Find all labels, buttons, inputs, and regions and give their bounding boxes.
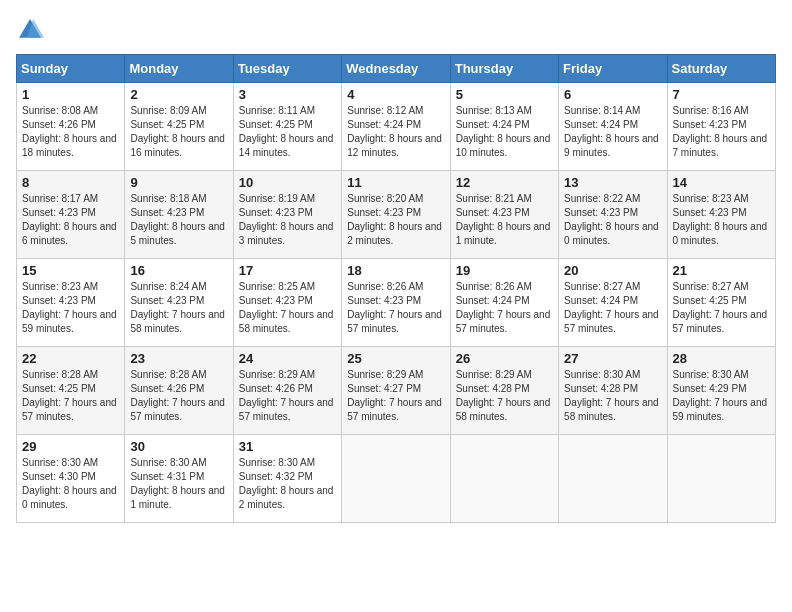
calendar-cell: 27Sunrise: 8:30 AMSunset: 4:28 PMDayligh… bbox=[559, 347, 667, 435]
calendar-week-row: 29Sunrise: 8:30 AMSunset: 4:30 PMDayligh… bbox=[17, 435, 776, 523]
weekday-header-saturday: Saturday bbox=[667, 55, 775, 83]
weekday-header-tuesday: Tuesday bbox=[233, 55, 341, 83]
day-info: Sunrise: 8:24 AMSunset: 4:23 PMDaylight:… bbox=[130, 280, 227, 336]
day-info: Sunrise: 8:14 AMSunset: 4:24 PMDaylight:… bbox=[564, 104, 661, 160]
day-number: 5 bbox=[456, 87, 553, 102]
day-info: Sunrise: 8:25 AMSunset: 4:23 PMDaylight:… bbox=[239, 280, 336, 336]
calendar-cell: 11Sunrise: 8:20 AMSunset: 4:23 PMDayligh… bbox=[342, 171, 450, 259]
calendar-cell: 25Sunrise: 8:29 AMSunset: 4:27 PMDayligh… bbox=[342, 347, 450, 435]
calendar-week-row: 22Sunrise: 8:28 AMSunset: 4:25 PMDayligh… bbox=[17, 347, 776, 435]
day-info: Sunrise: 8:30 AMSunset: 4:31 PMDaylight:… bbox=[130, 456, 227, 512]
calendar-table: SundayMondayTuesdayWednesdayThursdayFrid… bbox=[16, 54, 776, 523]
day-info: Sunrise: 8:30 AMSunset: 4:28 PMDaylight:… bbox=[564, 368, 661, 424]
calendar-cell: 26Sunrise: 8:29 AMSunset: 4:28 PMDayligh… bbox=[450, 347, 558, 435]
day-number: 9 bbox=[130, 175, 227, 190]
day-number: 15 bbox=[22, 263, 119, 278]
day-info: Sunrise: 8:28 AMSunset: 4:25 PMDaylight:… bbox=[22, 368, 119, 424]
weekday-header-monday: Monday bbox=[125, 55, 233, 83]
calendar-cell: 10Sunrise: 8:19 AMSunset: 4:23 PMDayligh… bbox=[233, 171, 341, 259]
day-info: Sunrise: 8:26 AMSunset: 4:24 PMDaylight:… bbox=[456, 280, 553, 336]
day-info: Sunrise: 8:12 AMSunset: 4:24 PMDaylight:… bbox=[347, 104, 444, 160]
calendar-cell: 24Sunrise: 8:29 AMSunset: 4:26 PMDayligh… bbox=[233, 347, 341, 435]
calendar-cell: 4Sunrise: 8:12 AMSunset: 4:24 PMDaylight… bbox=[342, 83, 450, 171]
day-info: Sunrise: 8:13 AMSunset: 4:24 PMDaylight:… bbox=[456, 104, 553, 160]
calendar-cell: 6Sunrise: 8:14 AMSunset: 4:24 PMDaylight… bbox=[559, 83, 667, 171]
day-info: Sunrise: 8:17 AMSunset: 4:23 PMDaylight:… bbox=[22, 192, 119, 248]
day-info: Sunrise: 8:23 AMSunset: 4:23 PMDaylight:… bbox=[22, 280, 119, 336]
calendar-cell bbox=[559, 435, 667, 523]
day-info: Sunrise: 8:29 AMSunset: 4:28 PMDaylight:… bbox=[456, 368, 553, 424]
day-number: 28 bbox=[673, 351, 770, 366]
day-info: Sunrise: 8:30 AMSunset: 4:30 PMDaylight:… bbox=[22, 456, 119, 512]
calendar-cell: 29Sunrise: 8:30 AMSunset: 4:30 PMDayligh… bbox=[17, 435, 125, 523]
day-number: 10 bbox=[239, 175, 336, 190]
calendar-cell: 9Sunrise: 8:18 AMSunset: 4:23 PMDaylight… bbox=[125, 171, 233, 259]
calendar-cell bbox=[667, 435, 775, 523]
weekday-header-sunday: Sunday bbox=[17, 55, 125, 83]
day-number: 18 bbox=[347, 263, 444, 278]
day-number: 24 bbox=[239, 351, 336, 366]
day-number: 3 bbox=[239, 87, 336, 102]
calendar-cell: 12Sunrise: 8:21 AMSunset: 4:23 PMDayligh… bbox=[450, 171, 558, 259]
day-info: Sunrise: 8:16 AMSunset: 4:23 PMDaylight:… bbox=[673, 104, 770, 160]
day-number: 17 bbox=[239, 263, 336, 278]
calendar-cell: 17Sunrise: 8:25 AMSunset: 4:23 PMDayligh… bbox=[233, 259, 341, 347]
logo bbox=[16, 16, 48, 44]
weekday-header-thursday: Thursday bbox=[450, 55, 558, 83]
calendar-cell: 7Sunrise: 8:16 AMSunset: 4:23 PMDaylight… bbox=[667, 83, 775, 171]
day-info: Sunrise: 8:30 AMSunset: 4:29 PMDaylight:… bbox=[673, 368, 770, 424]
calendar-cell: 3Sunrise: 8:11 AMSunset: 4:25 PMDaylight… bbox=[233, 83, 341, 171]
day-info: Sunrise: 8:23 AMSunset: 4:23 PMDaylight:… bbox=[673, 192, 770, 248]
day-number: 14 bbox=[673, 175, 770, 190]
day-number: 22 bbox=[22, 351, 119, 366]
calendar-cell: 22Sunrise: 8:28 AMSunset: 4:25 PMDayligh… bbox=[17, 347, 125, 435]
calendar-cell: 5Sunrise: 8:13 AMSunset: 4:24 PMDaylight… bbox=[450, 83, 558, 171]
calendar-header-row: SundayMondayTuesdayWednesdayThursdayFrid… bbox=[17, 55, 776, 83]
calendar-cell: 14Sunrise: 8:23 AMSunset: 4:23 PMDayligh… bbox=[667, 171, 775, 259]
calendar-week-row: 15Sunrise: 8:23 AMSunset: 4:23 PMDayligh… bbox=[17, 259, 776, 347]
day-number: 7 bbox=[673, 87, 770, 102]
calendar-cell: 31Sunrise: 8:30 AMSunset: 4:32 PMDayligh… bbox=[233, 435, 341, 523]
day-number: 29 bbox=[22, 439, 119, 454]
calendar-cell: 13Sunrise: 8:22 AMSunset: 4:23 PMDayligh… bbox=[559, 171, 667, 259]
day-number: 21 bbox=[673, 263, 770, 278]
day-info: Sunrise: 8:29 AMSunset: 4:26 PMDaylight:… bbox=[239, 368, 336, 424]
day-info: Sunrise: 8:26 AMSunset: 4:23 PMDaylight:… bbox=[347, 280, 444, 336]
day-number: 13 bbox=[564, 175, 661, 190]
page-header bbox=[16, 16, 776, 44]
day-info: Sunrise: 8:11 AMSunset: 4:25 PMDaylight:… bbox=[239, 104, 336, 160]
calendar-cell: 23Sunrise: 8:28 AMSunset: 4:26 PMDayligh… bbox=[125, 347, 233, 435]
day-number: 26 bbox=[456, 351, 553, 366]
calendar-cell: 21Sunrise: 8:27 AMSunset: 4:25 PMDayligh… bbox=[667, 259, 775, 347]
day-info: Sunrise: 8:30 AMSunset: 4:32 PMDaylight:… bbox=[239, 456, 336, 512]
day-info: Sunrise: 8:27 AMSunset: 4:24 PMDaylight:… bbox=[564, 280, 661, 336]
day-number: 2 bbox=[130, 87, 227, 102]
day-number: 27 bbox=[564, 351, 661, 366]
calendar-cell: 19Sunrise: 8:26 AMSunset: 4:24 PMDayligh… bbox=[450, 259, 558, 347]
day-info: Sunrise: 8:21 AMSunset: 4:23 PMDaylight:… bbox=[456, 192, 553, 248]
day-info: Sunrise: 8:28 AMSunset: 4:26 PMDaylight:… bbox=[130, 368, 227, 424]
day-number: 25 bbox=[347, 351, 444, 366]
calendar-cell: 28Sunrise: 8:30 AMSunset: 4:29 PMDayligh… bbox=[667, 347, 775, 435]
logo-icon bbox=[16, 16, 44, 44]
day-info: Sunrise: 8:27 AMSunset: 4:25 PMDaylight:… bbox=[673, 280, 770, 336]
day-info: Sunrise: 8:18 AMSunset: 4:23 PMDaylight:… bbox=[130, 192, 227, 248]
day-number: 11 bbox=[347, 175, 444, 190]
calendar-cell: 2Sunrise: 8:09 AMSunset: 4:25 PMDaylight… bbox=[125, 83, 233, 171]
day-number: 31 bbox=[239, 439, 336, 454]
calendar-cell: 8Sunrise: 8:17 AMSunset: 4:23 PMDaylight… bbox=[17, 171, 125, 259]
calendar-cell bbox=[342, 435, 450, 523]
day-info: Sunrise: 8:22 AMSunset: 4:23 PMDaylight:… bbox=[564, 192, 661, 248]
calendar-cell: 30Sunrise: 8:30 AMSunset: 4:31 PMDayligh… bbox=[125, 435, 233, 523]
day-number: 8 bbox=[22, 175, 119, 190]
weekday-header-friday: Friday bbox=[559, 55, 667, 83]
day-info: Sunrise: 8:09 AMSunset: 4:25 PMDaylight:… bbox=[130, 104, 227, 160]
day-info: Sunrise: 8:08 AMSunset: 4:26 PMDaylight:… bbox=[22, 104, 119, 160]
day-number: 23 bbox=[130, 351, 227, 366]
day-info: Sunrise: 8:19 AMSunset: 4:23 PMDaylight:… bbox=[239, 192, 336, 248]
calendar-week-row: 8Sunrise: 8:17 AMSunset: 4:23 PMDaylight… bbox=[17, 171, 776, 259]
calendar-week-row: 1Sunrise: 8:08 AMSunset: 4:26 PMDaylight… bbox=[17, 83, 776, 171]
day-info: Sunrise: 8:29 AMSunset: 4:27 PMDaylight:… bbox=[347, 368, 444, 424]
calendar-cell bbox=[450, 435, 558, 523]
day-number: 16 bbox=[130, 263, 227, 278]
